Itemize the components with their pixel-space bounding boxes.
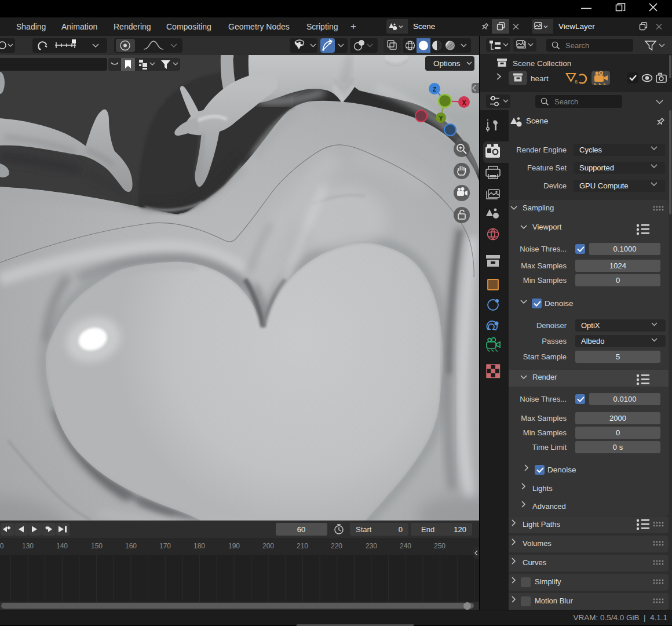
svg-text:0: 0 [399, 525, 403, 534]
svg-text:End: End [421, 525, 434, 534]
svg-text:Options: Options [433, 59, 461, 68]
svg-text:Start: Start [356, 525, 372, 534]
svg-text:120: 120 [454, 525, 466, 534]
svg-text:6: 6 [575, 79, 578, 85]
svg-text:60: 60 [297, 525, 305, 534]
svg-text:X: X [462, 100, 466, 106]
svg-text:Z: Z [433, 86, 436, 93]
svg-text:heart: heart [531, 74, 549, 83]
svg-text:Scene Collection: Scene Collection [513, 59, 571, 68]
svg-text:Y: Y [439, 115, 443, 122]
